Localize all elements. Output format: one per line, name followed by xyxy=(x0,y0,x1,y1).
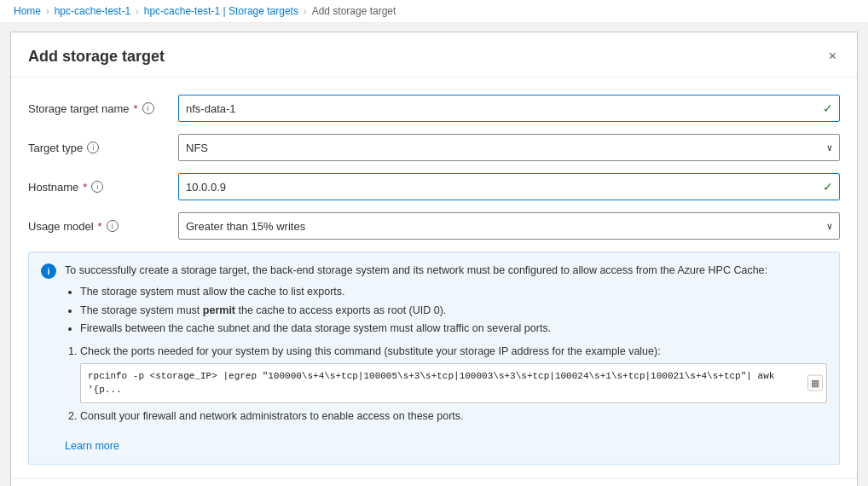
hostname-row: Hostname * i ✓ xyxy=(28,173,840,200)
dialog-header: Add storage target × xyxy=(11,32,857,78)
hostname-label: Hostname * i xyxy=(28,181,165,194)
close-button[interactable]: × xyxy=(825,46,840,67)
target-type-info-icon[interactable]: i xyxy=(87,142,99,153)
hostname-check-icon: ✓ xyxy=(823,180,833,194)
hostname-input[interactable] xyxy=(178,173,840,200)
dialog-footer: OK Cancel xyxy=(11,478,857,486)
hostname-control: ✓ xyxy=(178,173,840,200)
info-bullet-1: The storage system must allow the cache … xyxy=(80,284,827,300)
info-box-bullets: The storage system must allow the cache … xyxy=(80,284,827,337)
info-bullet-3: Firewalls between the cache subnet and t… xyxy=(80,321,827,337)
info-box-main-text: To successfully create a storage target,… xyxy=(65,263,827,279)
dialog-title: Add storage target xyxy=(28,48,165,66)
usage-model-required-marker: * xyxy=(98,220,102,233)
usage-model-row: Usage model * i Greater than 15% writes … xyxy=(28,212,840,240)
add-storage-target-dialog: Add storage target × Storage target name… xyxy=(10,32,858,486)
hostname-info-icon[interactable]: i xyxy=(91,181,103,193)
required-marker: * xyxy=(134,102,138,115)
usage-model-select-wrapper: Greater than 15% writes Read heavy, infr… xyxy=(178,212,840,240)
info-step-2: Consult your firewall and network admini… xyxy=(80,408,827,425)
info-step-1-label: Check the ports needed for your system b… xyxy=(80,345,661,357)
breadcrumb-home[interactable]: Home xyxy=(14,5,41,17)
info-box-icon: i xyxy=(41,263,56,279)
copy-command-button[interactable]: ▦ xyxy=(807,375,823,391)
storage-target-name-row: Storage target name * i ✓ xyxy=(28,95,840,122)
info-box-steps: Check the ports needed for your system b… xyxy=(80,344,827,425)
breadcrumb-sep-2: › xyxy=(136,6,139,16)
target-type-label: Target type i xyxy=(28,142,165,154)
usage-model-control: Greater than 15% writes Read heavy, infr… xyxy=(178,212,840,240)
storage-target-name-label: Storage target name * i xyxy=(28,102,165,115)
breadcrumb-cache[interactable]: hpc-cache-test-1 xyxy=(55,5,130,17)
info-bullet-2: The storage system must permit the cache… xyxy=(80,303,827,319)
usage-model-select[interactable]: Greater than 15% writes Read heavy, infr… xyxy=(178,212,840,240)
info-box-content: To successfully create a storage target,… xyxy=(65,263,827,454)
info-box: i To successfully create a storage targe… xyxy=(28,252,840,465)
hostname-required-marker: * xyxy=(83,181,87,194)
breadcrumb: Home › hpc-cache-test-1 › hpc-cache-test… xyxy=(0,0,868,23)
info-step-2-label: Consult your firewall and network admini… xyxy=(80,410,464,422)
storage-target-name-control: ✓ xyxy=(178,95,840,122)
command-text: rpcinfo -p <storage_IP> |egrep "100000\s… xyxy=(88,371,774,396)
dialog-body: Storage target name * i ✓ Target type i … xyxy=(11,78,857,478)
target-type-row: Target type i NFS Blob NFS ADLS NFS ∨ xyxy=(28,134,840,161)
target-type-select-wrapper: NFS Blob NFS ADLS NFS ∨ xyxy=(178,134,840,161)
target-type-control: NFS Blob NFS ADLS NFS ∨ xyxy=(178,134,840,161)
command-box: rpcinfo -p <storage_IP> |egrep "100000\s… xyxy=(80,363,827,403)
breadcrumb-storage-targets[interactable]: hpc-cache-test-1 | Storage targets xyxy=(144,5,298,17)
breadcrumb-sep-3: › xyxy=(304,6,307,16)
usage-model-info-icon[interactable]: i xyxy=(107,220,119,232)
usage-model-label: Usage model * i xyxy=(28,220,165,233)
breadcrumb-current: Add storage target xyxy=(312,5,396,17)
storage-target-name-check-icon: ✓ xyxy=(823,101,833,115)
info-step-1: Check the ports needed for your system b… xyxy=(80,344,827,403)
storage-target-name-input[interactable] xyxy=(178,95,840,122)
target-type-select[interactable]: NFS Blob NFS ADLS NFS xyxy=(178,134,840,161)
storage-target-name-info-icon[interactable]: i xyxy=(142,102,154,114)
breadcrumb-sep-1: › xyxy=(46,6,49,16)
learn-more-link[interactable]: Learn more xyxy=(65,438,119,454)
